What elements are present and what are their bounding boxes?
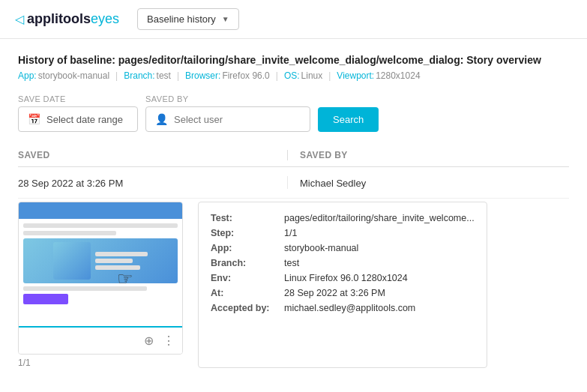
mockup-line-1	[23, 223, 178, 228]
meta-sep-3: |	[276, 70, 278, 81]
table-row: 28 Sep 2022 at 3:26 PM Michael Sedley	[18, 167, 569, 199]
col-header-saved-by: Saved by	[287, 150, 569, 160]
row-date: 28 Sep 2022 at 3:26 PM	[18, 176, 287, 189]
meta-sep-2: |	[177, 70, 179, 81]
mockup-line-2	[23, 231, 116, 235]
chevron-down-icon: ▼	[222, 15, 229, 23]
info-row: Branch:test	[211, 258, 475, 268]
info-label: At:	[211, 288, 278, 298]
logo-applitools: applitools	[27, 11, 91, 26]
logo-text: applitoolseyes	[27, 11, 119, 27]
info-value: 28 Sep 2022 at 3:26 PM	[284, 288, 385, 298]
meta-sep-1: |	[115, 70, 118, 81]
meta-branch-value: test	[157, 70, 171, 81]
logo-icon: ◁	[15, 12, 24, 26]
date-range-picker[interactable]: 📅 Select date range	[18, 106, 138, 132]
user-icon: 👤	[155, 113, 168, 125]
save-date-filter: SAVE DATE 📅 Select date range	[18, 94, 138, 132]
info-label: Accepted by:	[211, 303, 278, 313]
info-row: Accepted by:michael.sedley@applitools.co…	[211, 303, 475, 313]
search-button[interactable]: Search	[318, 107, 379, 132]
snapshot-image: ☞	[19, 202, 182, 326]
mockup-content	[19, 202, 182, 326]
info-value: test	[284, 258, 299, 268]
info-value: 1/1	[284, 228, 297, 238]
mockup-hero-image	[23, 238, 178, 283]
page-meta: App: storybook-manual | Branch: test | B…	[18, 70, 569, 81]
meta-app-value: storybook-manual	[38, 70, 109, 81]
info-label: Branch:	[211, 258, 278, 268]
logo: ◁ applitoolseyes	[15, 11, 119, 27]
info-value: pages/editor/tailoring/share_invite_welc…	[284, 213, 475, 223]
snapshot-area: ☞ ⊕ ⋮ 1/1 Test:pages/editor/tailoring/sh…	[18, 202, 569, 368]
table-header: Saved Saved by	[18, 144, 569, 167]
meta-viewport: Viewport: 1280x1024	[337, 70, 420, 81]
meta-browser-label: Browser:	[185, 70, 220, 81]
save-date-label: SAVE DATE	[18, 94, 138, 103]
info-label: App:	[211, 243, 278, 253]
page-title: History of baseline: pages/editor/tailor…	[18, 54, 569, 66]
user-search-input[interactable]	[174, 114, 301, 125]
meta-app-label: App:	[18, 70, 37, 81]
info-value: Linux Firefox 96.0 1280x1024	[284, 273, 408, 283]
meta-branch-label: Branch:	[124, 70, 154, 81]
info-value: michael.sedley@applitools.com	[284, 303, 415, 313]
info-label: Test:	[211, 213, 278, 223]
meta-browser-value: Firefox 96.0	[222, 70, 269, 81]
info-label: Env:	[211, 273, 278, 283]
page-content: History of baseline: pages/editor/tailor…	[0, 39, 587, 383]
info-row: Env:Linux Firefox 96.0 1280x1024	[211, 273, 475, 283]
meta-browser: Browser: Firefox 96.0	[185, 70, 270, 81]
header: ◁ applitoolseyes Baseline history ▼	[0, 0, 587, 39]
snapshot-card: ☞ ⊕ ⋮	[18, 202, 183, 355]
info-row: App:storybook-manual	[211, 243, 475, 253]
meta-branch: Branch: test	[124, 70, 171, 81]
info-panel: Test:pages/editor/tailoring/share_invite…	[198, 202, 487, 368]
user-select-wrap: 👤	[145, 106, 310, 132]
more-options-button[interactable]: ⋮	[161, 332, 176, 349]
meta-os: OS: Linux	[284, 70, 322, 81]
saved-by-filter: SAVED BY 👤	[145, 94, 310, 132]
filters-bar: SAVE DATE 📅 Select date range SAVED BY 👤…	[18, 94, 569, 132]
info-row: Test:pages/editor/tailoring/share_invite…	[211, 213, 475, 223]
logo-eyes: eyes	[91, 11, 119, 26]
search-group: Search	[318, 95, 379, 132]
saved-by-label: SAVED BY	[145, 94, 310, 103]
dropdown-label: Baseline history	[147, 13, 216, 25]
mockup-header-bar	[19, 202, 182, 219]
info-row: Step:1/1	[211, 228, 475, 238]
baseline-history-dropdown[interactable]: Baseline history ▼	[137, 8, 239, 30]
meta-os-value: Linux	[301, 70, 323, 81]
col-header-saved: Saved	[18, 150, 287, 160]
calendar-icon: 📅	[28, 113, 40, 125]
info-label: Step:	[211, 228, 278, 238]
snapshot-toolbar: ⊕ ⋮	[19, 326, 182, 354]
zoom-in-button[interactable]: ⊕	[142, 332, 155, 349]
meta-os-label: OS:	[284, 70, 300, 81]
date-placeholder: Select date range	[46, 114, 123, 125]
info-value: storybook-manual	[284, 243, 358, 253]
meta-viewport-label: Viewport:	[337, 70, 374, 81]
mockup-line-3	[23, 286, 147, 291]
row-user: Michael Sedley	[287, 176, 569, 189]
meta-viewport-value: 1280x1024	[376, 70, 420, 81]
meta-sep-4: |	[328, 70, 331, 81]
info-row: At:28 Sep 2022 at 3:26 PM	[211, 288, 475, 298]
snapshot-counter: 1/1	[18, 358, 183, 368]
mockup-body	[19, 219, 182, 326]
meta-app: App: storybook-manual	[18, 70, 109, 81]
